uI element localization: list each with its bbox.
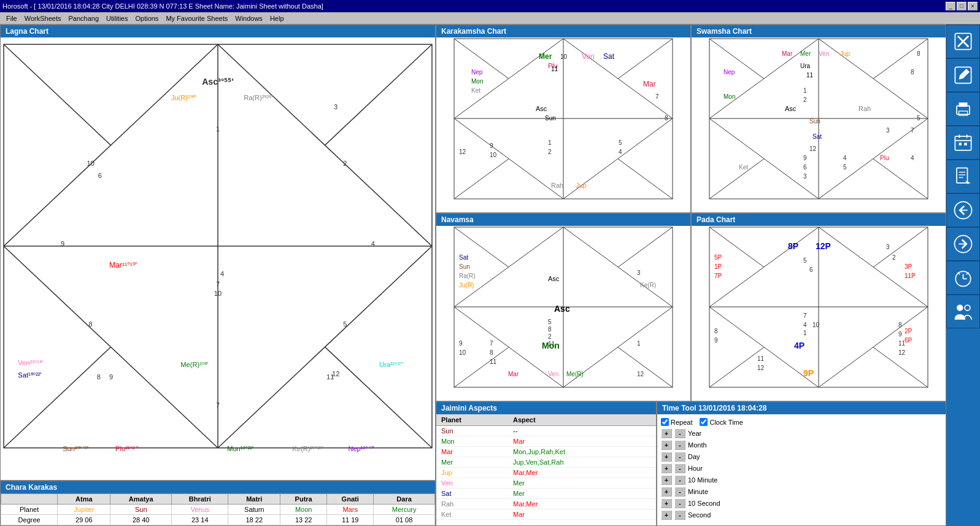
- menu-options[interactable]: Options: [131, 14, 162, 23]
- ten-minute-plus-button[interactable]: +: [661, 475, 672, 485]
- svg-text:Ra(R)²⁹²⁶': Ra(R)²⁹²⁶': [244, 94, 272, 101]
- planet-jup: Jup: [436, 468, 508, 478]
- month-minus-button[interactable]: -: [674, 440, 685, 450]
- year-minus-button[interactable]: -: [674, 428, 685, 438]
- svg-text:10: 10: [214, 290, 222, 297]
- svg-text:1P: 1P: [714, 263, 722, 270]
- month-plus-button[interactable]: +: [661, 440, 672, 450]
- ten-second-label: 10 Second: [688, 500, 737, 507]
- sidebar-users-button[interactable]: [946, 295, 980, 328]
- second-minus-button[interactable]: -: [674, 510, 685, 520]
- hour-minus-button[interactable]: -: [674, 463, 685, 473]
- repeat-checkbox[interactable]: [661, 418, 669, 426]
- day-plus-button[interactable]: +: [661, 452, 672, 462]
- clock-time-checkbox-item: Clock Time: [700, 418, 743, 426]
- menu-panchang[interactable]: Panchang: [64, 14, 102, 23]
- hour-plus-button[interactable]: +: [661, 463, 672, 473]
- hour-label: Hour: [688, 465, 737, 472]
- day-minus-button[interactable]: -: [674, 452, 685, 462]
- svg-text:12: 12: [809, 145, 817, 152]
- svg-text:12: 12: [898, 349, 906, 356]
- close-button[interactable]: ×: [968, 2, 978, 10]
- svg-text:6P: 6P: [905, 337, 912, 344]
- minute-plus-button[interactable]: +: [661, 487, 672, 497]
- minimize-button[interactable]: _: [946, 2, 955, 10]
- svg-text:11: 11: [548, 341, 555, 347]
- svg-text:6: 6: [98, 172, 102, 179]
- degree-putra: 13 22: [280, 515, 327, 525]
- ten-minute-minus-button[interactable]: -: [674, 475, 685, 485]
- degree-matri: 18 22: [228, 515, 280, 525]
- degree-bhratri: 23 14: [172, 515, 228, 525]
- time-tool-panel: Time Tool 13/01/2016 18:04:28 Repeat Clo…: [657, 401, 946, 526]
- sidebar-calendar-button[interactable]: [946, 126, 980, 160]
- ten-second-plus-button[interactable]: +: [661, 498, 672, 508]
- svg-text:Asc: Asc: [785, 105, 797, 112]
- aspect-sat: Mer: [508, 489, 656, 499]
- svg-text:4: 4: [220, 270, 224, 277]
- svg-text:8P: 8P: [788, 241, 798, 251]
- window-buttons: _ □ ×: [946, 2, 978, 10]
- sidebar-tools-button[interactable]: [946, 25, 980, 58]
- ten-second-minus-button[interactable]: -: [674, 498, 685, 508]
- svg-text:4: 4: [803, 322, 807, 328]
- sidebar-alarm-button[interactable]: [946, 261, 980, 295]
- svg-text:3: 3: [637, 269, 641, 276]
- menu-utilities[interactable]: Utilities: [102, 14, 131, 23]
- svg-text:11P: 11P: [905, 273, 916, 279]
- aspect-rah: Mar,Mer: [508, 499, 656, 509]
- menu-windows[interactable]: Windows: [231, 14, 266, 23]
- sidebar-forward-button[interactable]: [946, 227, 980, 261]
- svg-text:Ura²²°³⁷': Ura²²°³⁷': [379, 361, 404, 368]
- col-gnati: Gnati: [327, 494, 374, 505]
- degree-gnati: 11 19: [327, 515, 374, 525]
- navamsa-svg: Sat Sun Ra(R) Ju(R) 7 8 11 Asc Asc 3 Ke(…: [436, 226, 690, 389]
- svg-text:7: 7: [490, 340, 493, 347]
- second-plus-button[interactable]: +: [661, 510, 672, 520]
- svg-text:9: 9: [803, 155, 807, 161]
- col-atma: Atma: [58, 494, 110, 505]
- svg-text:Mer: Mer: [800, 50, 811, 57]
- tools-icon: [952, 31, 974, 52]
- svg-text:4: 4: [911, 155, 914, 161]
- sidebar-back-button[interactable]: [946, 193, 980, 227]
- title-text: Horosoft - [ 13/01/2016 18:04:28 City DE…: [2, 2, 323, 10]
- svg-text:Rah: Rah: [551, 182, 563, 189]
- svg-text:Mon: Mon: [723, 93, 735, 100]
- svg-text:Nep: Nep: [723, 69, 735, 75]
- svg-text:9: 9: [490, 142, 493, 149]
- jaimini-aspects-panel: Jaimini Aspects Planet Aspect Sun --: [436, 401, 657, 526]
- aspect-mon: Mar: [508, 436, 656, 447]
- table-row: Sat Mer: [436, 489, 656, 499]
- svg-text:Ven: Ven: [548, 371, 558, 377]
- clock-time-checkbox[interactable]: [700, 418, 708, 426]
- maximize-button[interactable]: □: [957, 2, 966, 10]
- menu-file[interactable]: File: [2, 14, 21, 23]
- minute-minus-button[interactable]: -: [674, 487, 685, 497]
- right-panel: Karakamsha Chart Mer 10 Plu Ven S: [436, 25, 946, 526]
- svg-rect-173: [964, 143, 966, 145]
- svg-text:Mon¹³°²²': Mon¹³°²²': [227, 445, 253, 452]
- svg-text:8: 8: [490, 349, 493, 356]
- menu-help[interactable]: Help: [266, 14, 288, 23]
- svg-text:Asc: Asc: [536, 105, 547, 112]
- year-plus-button[interactable]: +: [661, 428, 672, 438]
- svg-text:Plu²¹°²⁴': Plu²¹°²⁴': [115, 445, 139, 452]
- mid-right-charts: Navamsa Sat Sun Ra(R) Ju(R) 7: [436, 213, 946, 401]
- svg-text:8: 8: [898, 322, 902, 328]
- svg-text:Ke(R)²⁹°²⁶': Ke(R)²⁹°²⁶': [292, 445, 323, 452]
- degree-atma: 29 06: [58, 515, 110, 525]
- svg-text:12: 12: [637, 371, 644, 377]
- svg-text:9: 9: [714, 337, 718, 344]
- second-label: Second: [688, 511, 737, 519]
- repeat-checkbox-item: Repeat: [661, 418, 692, 426]
- menu-favourite[interactable]: My Favourite Sheets: [162, 14, 231, 23]
- sidebar-edit-button[interactable]: [946, 58, 980, 92]
- day-label: Day: [688, 453, 737, 460]
- menu-worksheets[interactable]: WorkSheets: [21, 14, 65, 23]
- sidebar-document-button[interactable]: [946, 160, 980, 193]
- planet-amatya: Sun: [110, 505, 172, 515]
- sidebar-print-button[interactable]: [946, 92, 980, 126]
- svg-text:11: 11: [757, 355, 765, 362]
- svg-text:Ven: Ven: [819, 50, 829, 57]
